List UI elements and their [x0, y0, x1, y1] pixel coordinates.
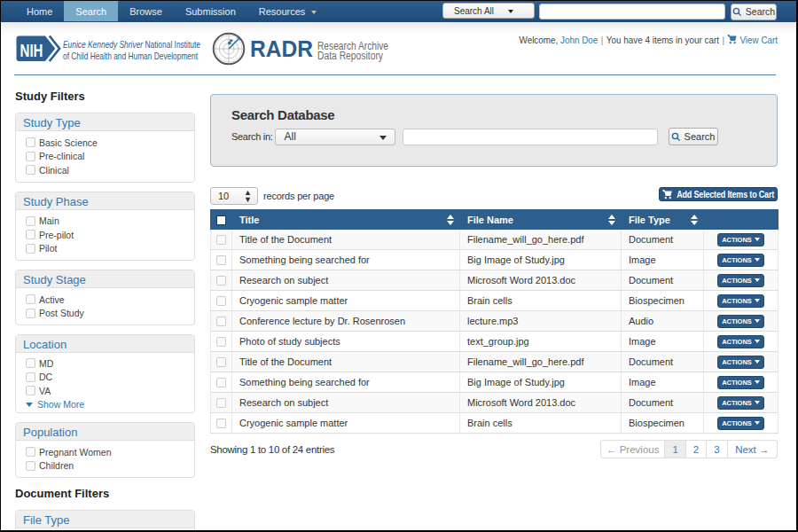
svg-text:Eunice Kennedy Shriver Nationa: Eunice Kennedy Shriver National Institut… — [63, 39, 200, 50]
svg-text:Data Repository: Data Repository — [317, 50, 384, 62]
svg-text:NIH: NIH — [20, 40, 43, 60]
svg-text:of Child Health and Human Deve: of Child Health and Human Development — [63, 51, 198, 61]
svg-text:RADR: RADR — [250, 35, 313, 62]
